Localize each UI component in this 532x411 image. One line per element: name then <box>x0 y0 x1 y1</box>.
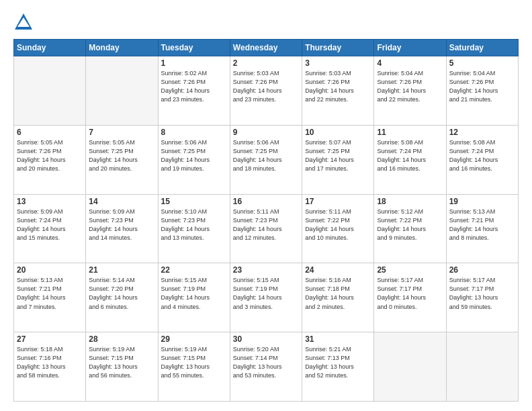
page: SundayMondayTuesdayWednesdayThursdayFrid… <box>0 0 532 411</box>
day-info: Sunrise: 5:13 AM Sunset: 7:21 PM Dayligh… <box>17 276 83 311</box>
day-info: Sunrise: 5:17 AM Sunset: 7:17 PM Dayligh… <box>377 276 443 311</box>
calendar-cell: 21Sunrise: 5:14 AM Sunset: 7:20 PM Dayli… <box>86 263 158 332</box>
day-info: Sunrise: 5:12 AM Sunset: 7:22 PM Dayligh… <box>377 208 443 242</box>
day-number: 18 <box>377 197 443 206</box>
day-info: Sunrise: 5:08 AM Sunset: 7:24 PM Dayligh… <box>449 138 515 173</box>
logo <box>13 12 38 32</box>
logo-icon <box>13 12 34 32</box>
day-number: 31 <box>305 334 371 344</box>
calendar-cell: 2Sunrise: 5:03 AM Sunset: 7:26 PM Daylig… <box>230 56 302 126</box>
day-number: 25 <box>377 265 443 275</box>
day-info: Sunrise: 5:09 AM Sunset: 7:23 PM Dayligh… <box>89 208 154 242</box>
weekday-header: Friday <box>374 40 446 56</box>
calendar-cell: 27Sunrise: 5:18 AM Sunset: 7:16 PM Dayli… <box>14 332 86 402</box>
calendar-week-row: 20Sunrise: 5:13 AM Sunset: 7:21 PM Dayli… <box>14 263 519 332</box>
calendar-cell: 11Sunrise: 5:08 AM Sunset: 7:24 PM Dayli… <box>374 125 446 194</box>
day-number: 7 <box>89 128 154 137</box>
day-info: Sunrise: 5:06 AM Sunset: 7:25 PM Dayligh… <box>161 138 227 173</box>
day-info: Sunrise: 5:02 AM Sunset: 7:26 PM Dayligh… <box>161 69 227 104</box>
calendar-cell: 14Sunrise: 5:09 AM Sunset: 7:23 PM Dayli… <box>86 194 158 263</box>
calendar-cell <box>446 332 518 402</box>
calendar-cell: 28Sunrise: 5:19 AM Sunset: 7:15 PM Dayli… <box>86 332 158 402</box>
calendar-cell: 7Sunrise: 5:05 AM Sunset: 7:25 PM Daylig… <box>86 125 158 194</box>
calendar-cell: 16Sunrise: 5:11 AM Sunset: 7:23 PM Dayli… <box>230 194 302 263</box>
day-number: 23 <box>233 265 299 275</box>
day-info: Sunrise: 5:18 AM Sunset: 7:16 PM Dayligh… <box>17 345 83 380</box>
day-number: 14 <box>89 197 154 206</box>
calendar-cell: 8Sunrise: 5:06 AM Sunset: 7:25 PM Daylig… <box>158 125 230 194</box>
day-number: 24 <box>305 265 371 275</box>
day-info: Sunrise: 5:13 AM Sunset: 7:21 PM Dayligh… <box>449 208 515 242</box>
calendar-week-row: 27Sunrise: 5:18 AM Sunset: 7:16 PM Dayli… <box>14 332 519 402</box>
day-number: 2 <box>233 58 299 68</box>
calendar-cell: 31Sunrise: 5:21 AM Sunset: 7:13 PM Dayli… <box>302 332 374 402</box>
day-info: Sunrise: 5:17 AM Sunset: 7:17 PM Dayligh… <box>449 276 515 311</box>
calendar-cell: 3Sunrise: 5:03 AM Sunset: 7:26 PM Daylig… <box>302 56 374 126</box>
calendar-cell: 6Sunrise: 5:05 AM Sunset: 7:26 PM Daylig… <box>14 125 86 194</box>
day-number: 21 <box>89 265 154 275</box>
day-number: 15 <box>161 197 227 206</box>
day-number: 3 <box>305 58 371 68</box>
header <box>13 12 519 32</box>
day-info: Sunrise: 5:05 AM Sunset: 7:26 PM Dayligh… <box>17 138 83 173</box>
day-number: 16 <box>233 197 299 206</box>
weekday-header: Wednesday <box>230 40 302 56</box>
calendar-cell: 29Sunrise: 5:19 AM Sunset: 7:15 PM Dayli… <box>158 332 230 402</box>
day-number: 4 <box>377 58 443 68</box>
weekday-header: Tuesday <box>158 40 230 56</box>
calendar-cell: 4Sunrise: 5:04 AM Sunset: 7:26 PM Daylig… <box>374 56 446 126</box>
day-number: 5 <box>449 58 515 68</box>
day-number: 26 <box>449 265 515 275</box>
day-info: Sunrise: 5:21 AM Sunset: 7:13 PM Dayligh… <box>305 345 371 380</box>
day-number: 9 <box>233 128 299 137</box>
calendar-cell <box>86 56 158 126</box>
day-info: Sunrise: 5:07 AM Sunset: 7:25 PM Dayligh… <box>305 138 371 173</box>
calendar-cell: 24Sunrise: 5:16 AM Sunset: 7:18 PM Dayli… <box>302 263 374 332</box>
calendar-cell: 15Sunrise: 5:10 AM Sunset: 7:23 PM Dayli… <box>158 194 230 263</box>
calendar-week-row: 6Sunrise: 5:05 AM Sunset: 7:26 PM Daylig… <box>14 125 519 194</box>
calendar-header-row: SundayMondayTuesdayWednesdayThursdayFrid… <box>14 40 519 56</box>
calendar-cell: 20Sunrise: 5:13 AM Sunset: 7:21 PM Dayli… <box>14 263 86 332</box>
calendar-cell: 1Sunrise: 5:02 AM Sunset: 7:26 PM Daylig… <box>158 56 230 126</box>
calendar-week-row: 13Sunrise: 5:09 AM Sunset: 7:24 PM Dayli… <box>14 194 519 263</box>
day-info: Sunrise: 5:03 AM Sunset: 7:26 PM Dayligh… <box>305 69 371 104</box>
day-number: 10 <box>305 128 371 137</box>
day-info: Sunrise: 5:06 AM Sunset: 7:25 PM Dayligh… <box>233 138 299 173</box>
day-info: Sunrise: 5:20 AM Sunset: 7:14 PM Dayligh… <box>233 345 299 380</box>
day-info: Sunrise: 5:16 AM Sunset: 7:18 PM Dayligh… <box>305 276 371 311</box>
day-number: 22 <box>161 265 227 275</box>
calendar-cell: 18Sunrise: 5:12 AM Sunset: 7:22 PM Dayli… <box>374 194 446 263</box>
day-info: Sunrise: 5:11 AM Sunset: 7:22 PM Dayligh… <box>305 208 371 242</box>
day-info: Sunrise: 5:04 AM Sunset: 7:26 PM Dayligh… <box>377 69 443 104</box>
calendar-cell: 13Sunrise: 5:09 AM Sunset: 7:24 PM Dayli… <box>14 194 86 263</box>
day-number: 11 <box>377 128 443 137</box>
day-info: Sunrise: 5:09 AM Sunset: 7:24 PM Dayligh… <box>17 208 83 242</box>
day-info: Sunrise: 5:11 AM Sunset: 7:23 PM Dayligh… <box>233 208 299 242</box>
day-number: 1 <box>161 58 227 68</box>
day-number: 30 <box>233 334 299 344</box>
day-info: Sunrise: 5:15 AM Sunset: 7:19 PM Dayligh… <box>161 276 227 311</box>
day-info: Sunrise: 5:15 AM Sunset: 7:19 PM Dayligh… <box>233 276 299 311</box>
day-number: 12 <box>449 128 515 137</box>
weekday-header: Sunday <box>14 40 86 56</box>
calendar-week-row: 1Sunrise: 5:02 AM Sunset: 7:26 PM Daylig… <box>14 56 519 126</box>
day-info: Sunrise: 5:10 AM Sunset: 7:23 PM Dayligh… <box>161 208 227 242</box>
day-number: 6 <box>17 128 83 137</box>
calendar-cell: 26Sunrise: 5:17 AM Sunset: 7:17 PM Dayli… <box>446 263 518 332</box>
day-number: 27 <box>17 334 83 344</box>
day-number: 20 <box>17 265 83 275</box>
calendar-table: SundayMondayTuesdayWednesdayThursdayFrid… <box>13 39 519 402</box>
day-number: 13 <box>17 197 83 206</box>
weekday-header: Thursday <box>302 40 374 56</box>
calendar-cell: 19Sunrise: 5:13 AM Sunset: 7:21 PM Dayli… <box>446 194 518 263</box>
calendar-cell: 5Sunrise: 5:04 AM Sunset: 7:26 PM Daylig… <box>446 56 518 126</box>
weekday-header: Monday <box>86 40 158 56</box>
day-number: 19 <box>449 197 515 206</box>
day-info: Sunrise: 5:03 AM Sunset: 7:26 PM Dayligh… <box>233 69 299 104</box>
day-info: Sunrise: 5:08 AM Sunset: 7:24 PM Dayligh… <box>377 138 443 173</box>
day-number: 8 <box>161 128 227 137</box>
calendar-cell: 10Sunrise: 5:07 AM Sunset: 7:25 PM Dayli… <box>302 125 374 194</box>
calendar-cell: 22Sunrise: 5:15 AM Sunset: 7:19 PM Dayli… <box>158 263 230 332</box>
calendar-cell <box>14 56 86 126</box>
calendar-cell: 23Sunrise: 5:15 AM Sunset: 7:19 PM Dayli… <box>230 263 302 332</box>
